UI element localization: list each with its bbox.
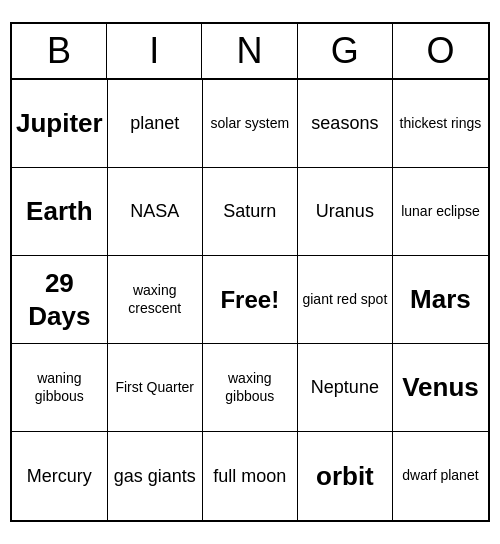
bingo-cell: planet: [108, 80, 203, 168]
bingo-cell: Uranus: [298, 168, 393, 256]
bingo-header: BINGO: [12, 24, 488, 80]
bingo-cell: full moon: [203, 432, 298, 520]
bingo-letter: O: [393, 24, 488, 78]
bingo-cell: waning gibbous: [12, 344, 108, 432]
bingo-cell: dwarf planet: [393, 432, 488, 520]
bingo-cell: giant red spot: [298, 256, 393, 344]
bingo-cell: thickest rings: [393, 80, 488, 168]
bingo-cell: Saturn: [203, 168, 298, 256]
bingo-letter: N: [202, 24, 297, 78]
bingo-cell: gas giants: [108, 432, 203, 520]
bingo-cell: Mars: [393, 256, 488, 344]
bingo-cell: Neptune: [298, 344, 393, 432]
bingo-cell: seasons: [298, 80, 393, 168]
bingo-cell: First Quarter: [108, 344, 203, 432]
bingo-cell: 29 Days: [12, 256, 108, 344]
bingo-cell: solar system: [203, 80, 298, 168]
bingo-cell: Venus: [393, 344, 488, 432]
bingo-cell: Earth: [12, 168, 108, 256]
bingo-cell: Mercury: [12, 432, 108, 520]
bingo-letter: I: [107, 24, 202, 78]
bingo-cell: NASA: [108, 168, 203, 256]
bingo-grid: Jupiterplanetsolar systemseasonsthickest…: [12, 80, 488, 520]
bingo-cell: orbit: [298, 432, 393, 520]
bingo-cell: waxing crescent: [108, 256, 203, 344]
bingo-letter: G: [298, 24, 393, 78]
bingo-cell: Jupiter: [12, 80, 108, 168]
bingo-cell: lunar eclipse: [393, 168, 488, 256]
bingo-card: BINGO Jupiterplanetsolar systemseasonsth…: [10, 22, 490, 522]
bingo-letter: B: [12, 24, 107, 78]
bingo-cell: waxing gibbous: [203, 344, 298, 432]
bingo-cell: Free!: [203, 256, 298, 344]
